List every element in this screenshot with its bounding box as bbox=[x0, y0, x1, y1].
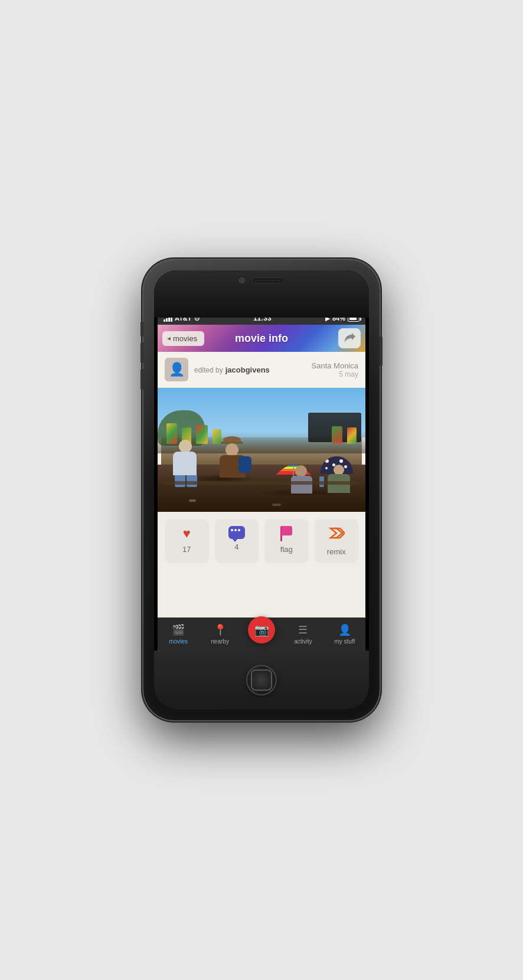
home-button[interactable] bbox=[246, 665, 277, 695]
power-button[interactable] bbox=[380, 337, 383, 366]
post-location: Santa Monica bbox=[312, 361, 359, 370]
litter-2 bbox=[272, 504, 281, 506]
post-meta-left: edited by jacobgivens bbox=[194, 365, 312, 374]
edited-by-label: edited by bbox=[194, 366, 223, 374]
post-meta-right: Santa Monica 5 may bbox=[312, 361, 359, 378]
flag-label: flag bbox=[280, 545, 293, 554]
heart-icon: ♥ bbox=[183, 526, 191, 541]
comment-count: 4 bbox=[234, 543, 238, 551]
camera-circle: 📷 bbox=[248, 616, 275, 643]
remix-button[interactable]: remix bbox=[315, 519, 359, 563]
flag-5 bbox=[332, 426, 342, 444]
signal-bar-2 bbox=[166, 318, 168, 322]
phone-frame: AT&T ⊙ 11:33 ▶ 84% movies bbox=[143, 260, 380, 720]
movies-tab-label: movies bbox=[169, 638, 188, 645]
signal-bar-1 bbox=[164, 319, 165, 322]
nearby-tab-label: nearby bbox=[211, 638, 229, 645]
volume-up-button[interactable] bbox=[140, 342, 143, 363]
phone-bottom bbox=[154, 651, 369, 710]
tab-activity[interactable]: ☰ activity bbox=[282, 620, 323, 648]
nearby-tab-icon: 📍 bbox=[214, 623, 227, 636]
page-title: movie info bbox=[235, 332, 288, 345]
tab-movies[interactable]: 🎬 movies bbox=[158, 620, 199, 648]
like-button[interactable]: ♥ 17 bbox=[165, 519, 209, 563]
person-1 bbox=[170, 440, 202, 487]
litter bbox=[189, 499, 196, 502]
like-count: 17 bbox=[182, 545, 191, 554]
camera-speaker-row bbox=[239, 277, 285, 283]
post-header: 👤 edited by jacobgivens Santa Monica 5 m… bbox=[158, 352, 365, 388]
tab-bar: 🎬 movies 📍 nearby 📷 ☰ activit bbox=[158, 618, 365, 651]
camera-tab-icon: 📷 bbox=[254, 623, 269, 637]
nav-header: movies movie info bbox=[158, 325, 365, 352]
post-username: jacobgivens bbox=[225, 365, 270, 374]
screen: AT&T ⊙ 11:33 ▶ 84% movies bbox=[158, 312, 365, 651]
share-button[interactable] bbox=[338, 328, 361, 348]
front-camera bbox=[239, 277, 245, 283]
tab-camera[interactable]: 📷 bbox=[241, 625, 282, 643]
top-hardware bbox=[154, 270, 369, 318]
activity-tab-icon: ☰ bbox=[298, 623, 308, 636]
home-button-inner bbox=[251, 669, 272, 691]
speaker-grille bbox=[252, 277, 285, 283]
flag-icon bbox=[279, 526, 293, 541]
mystuff-tab-icon: 👤 bbox=[338, 623, 351, 636]
activity-tab-label: activity bbox=[294, 638, 312, 645]
avatar-icon: 👤 bbox=[169, 362, 185, 377]
flag-6 bbox=[347, 427, 357, 444]
volume-down-button[interactable] bbox=[140, 369, 143, 390]
tab-nearby[interactable]: 📍 nearby bbox=[199, 620, 240, 648]
festival-image bbox=[158, 388, 365, 512]
avatar: 👤 bbox=[165, 358, 188, 381]
content-area: 👤 edited by jacobgivens Santa Monica 5 m… bbox=[158, 352, 365, 618]
mystuff-tab-label: my stuff bbox=[334, 638, 355, 645]
action-buttons-row: ♥ 17 4 bbox=[158, 512, 365, 570]
tab-mystuff[interactable]: 👤 my stuff bbox=[324, 620, 365, 648]
back-label: movies bbox=[173, 334, 197, 343]
person-3 bbox=[289, 465, 316, 495]
share-icon bbox=[344, 333, 355, 344]
post-date: 5 may bbox=[312, 370, 359, 378]
remix-icon bbox=[328, 526, 345, 544]
signal-bar-3 bbox=[168, 317, 170, 322]
comment-button[interactable]: 4 bbox=[215, 519, 259, 563]
bench bbox=[164, 481, 359, 485]
flag-button[interactable]: flag bbox=[264, 519, 309, 563]
comment-icon bbox=[228, 526, 245, 539]
remix-label: remix bbox=[327, 547, 346, 556]
phone-screen: AT&T ⊙ 11:33 ▶ 84% movies bbox=[154, 270, 369, 710]
movies-tab-icon: 🎬 bbox=[172, 623, 185, 636]
back-button[interactable]: movies bbox=[162, 331, 204, 346]
mute-button[interactable] bbox=[140, 322, 143, 337]
